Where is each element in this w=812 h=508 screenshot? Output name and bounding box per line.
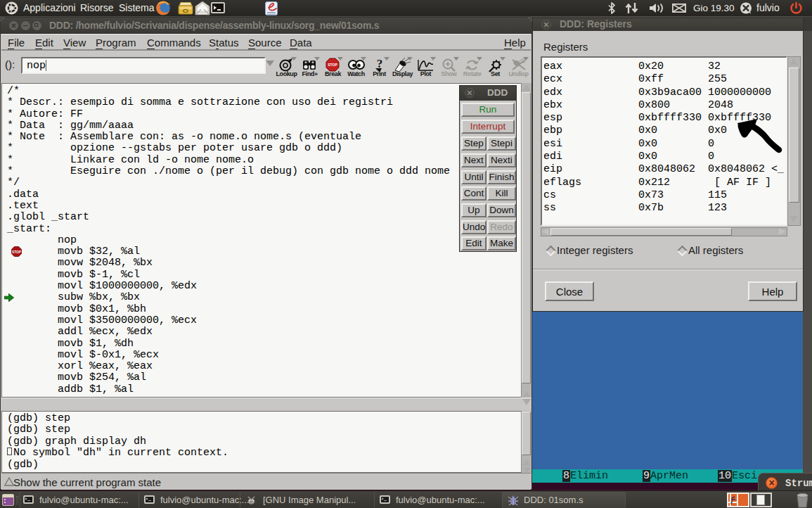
svg-text:STOP: STOP [12,250,21,254]
svg-text:STOP: STOP [328,63,337,67]
